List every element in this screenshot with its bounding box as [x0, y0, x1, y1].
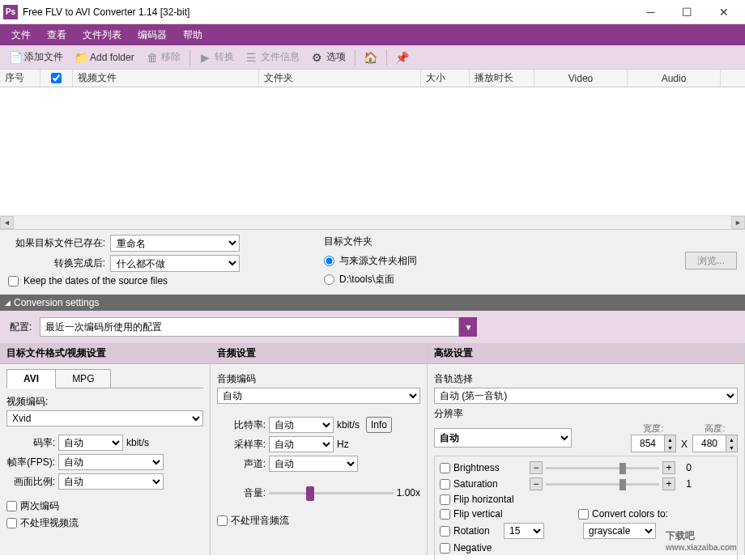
resolution-select[interactable]: 自动	[434, 428, 572, 448]
col-check[interactable]	[40, 70, 73, 87]
minimize-button[interactable]: ─	[632, 1, 669, 23]
skip-audio-label: 不处理音频流	[231, 514, 289, 528]
col-seq[interactable]: 序号	[0, 70, 40, 87]
add-folder-icon: 📁	[74, 51, 87, 64]
keep-dates-label: Keep the dates of the source files	[23, 275, 168, 286]
scroll-left-button[interactable]: ◄	[0, 216, 14, 229]
height-up[interactable]: ▲	[726, 435, 737, 443]
table-body[interactable]	[0, 87, 745, 215]
saturation-checkbox[interactable]	[440, 479, 450, 490]
close-button[interactable]: ✕	[705, 1, 742, 23]
toolbar-separator	[189, 49, 190, 66]
config-label: 配置:	[10, 320, 32, 334]
select-all-checkbox[interactable]	[51, 73, 62, 83]
config-input[interactable]	[40, 317, 459, 337]
custom-path-label: D:\tools\桌面	[339, 273, 394, 286]
conversion-settings-label: Conversion settings	[14, 297, 99, 308]
grayscale-select[interactable]: grayscale	[583, 523, 656, 539]
height-input[interactable]	[693, 435, 726, 452]
height-label: 高度:	[692, 422, 738, 435]
menu-file[interactable]: 文件	[3, 25, 39, 45]
browse-button[interactable]: 浏览...	[685, 252, 737, 269]
fliph-checkbox[interactable]	[440, 494, 450, 505]
bitrate-select[interactable]: 自动	[58, 435, 123, 451]
rotation-checkbox[interactable]	[440, 526, 450, 537]
menu-view[interactable]: 查看	[39, 25, 74, 45]
play-icon: ▶	[199, 51, 212, 64]
convert-colors-checkbox[interactable]	[578, 509, 589, 520]
same-source-radio[interactable]	[324, 256, 334, 266]
brightness-plus[interactable]: +	[662, 461, 675, 474]
negative-checkbox[interactable]	[440, 543, 450, 554]
menu-filelist[interactable]: 文件列表	[74, 25, 130, 45]
scroll-track[interactable]	[14, 216, 731, 229]
add-folder-button[interactable]: 📁 Add folder	[70, 49, 138, 66]
info-button[interactable]: Info	[366, 417, 392, 433]
volume-label: 音量:	[217, 486, 266, 500]
custom-path-radio[interactable]	[324, 274, 334, 285]
col-audio[interactable]: Audio	[628, 70, 721, 87]
maximize-button[interactable]: ☐	[669, 1, 705, 23]
table-header: 序号 视频文件 文件夹 大小 播放时长 Video Audio	[0, 70, 745, 87]
options-right: 目标文件夹 与来源文件夹相同 浏览... D:\tools\桌面	[324, 235, 737, 290]
audio-codec-label: 音频编码	[217, 372, 420, 386]
width-up[interactable]: ▲	[664, 435, 675, 443]
if-exists-select[interactable]: 重命名	[110, 235, 240, 252]
after-conv-select[interactable]: 什么都不做	[110, 255, 240, 272]
convert-colors-label: Convert colors to:	[592, 508, 668, 520]
options-button[interactable]: ⚙ 选项	[307, 48, 350, 66]
skip-video-checkbox[interactable]	[6, 518, 17, 528]
keep-dates-checkbox[interactable]	[8, 276, 19, 286]
width-spinner[interactable]: ▲▼	[631, 435, 676, 452]
remove-button[interactable]: 🗑 移除	[142, 48, 185, 66]
config-select[interactable]: ▼	[40, 317, 477, 337]
width-input[interactable]	[632, 435, 664, 452]
samplerate-select[interactable]: 自动	[269, 436, 334, 452]
flipv-checkbox[interactable]	[440, 509, 450, 520]
audio-panel: 音频设置 音频编码 自动 比特率: 自动 kbit/s Info 采样率: 自动…	[211, 343, 428, 555]
window-controls: ─ ☐ ✕	[632, 1, 742, 23]
bitrate-unit: kbit/s	[126, 437, 149, 448]
track-select[interactable]: 自动 (第一音轨)	[434, 388, 738, 404]
file-info-button[interactable]: ☰ 文件信息	[241, 48, 304, 66]
tab-avi[interactable]: AVI	[6, 369, 56, 388]
horizontal-scrollbar[interactable]: ◄ ►	[0, 215, 745, 229]
height-spinner[interactable]: ▲▼	[692, 435, 738, 452]
menu-help[interactable]: 帮助	[175, 25, 211, 45]
filters-fieldset: Brightness − + 0 Saturation − +	[434, 456, 738, 560]
col-duration[interactable]: 播放时长	[470, 70, 534, 87]
brightness-checkbox[interactable]	[440, 463, 450, 473]
config-dropdown-button[interactable]: ▼	[459, 317, 477, 337]
add-file-button[interactable]: 📄 添加文件	[5, 48, 67, 66]
audio-codec-select[interactable]: 自动	[217, 388, 420, 404]
col-folder[interactable]: 文件夹	[259, 70, 421, 87]
two-pass-checkbox[interactable]	[6, 501, 17, 511]
col-video[interactable]: Video	[534, 70, 628, 87]
home-button[interactable]: 🏠	[360, 49, 381, 66]
aspect-select[interactable]: 自动	[58, 473, 164, 490]
conversion-settings-bar[interactable]: ◢ Conversion settings	[0, 295, 745, 311]
brightness-slider[interactable]	[546, 467, 659, 469]
titlebar: Ps Free FLV to AVI Converter 1.14 [32-bi…	[0, 0, 745, 24]
width-down[interactable]: ▼	[664, 443, 675, 452]
volume-slider[interactable]	[269, 485, 394, 501]
saturation-minus[interactable]: −	[530, 477, 543, 490]
col-videofile[interactable]: 视频文件	[73, 70, 259, 87]
pin-button[interactable]: 📌	[392, 49, 413, 66]
video-codec-select[interactable]: Xvid	[6, 410, 203, 426]
rotation-select[interactable]: 15	[504, 523, 544, 539]
fps-select[interactable]: 自动	[58, 454, 164, 470]
audio-bitrate-select[interactable]: 自动	[269, 417, 334, 433]
format-tabs: AVI MPG	[6, 369, 203, 388]
col-size[interactable]: 大小	[421, 70, 470, 87]
tab-mpg[interactable]: MPG	[55, 369, 111, 388]
brightness-minus[interactable]: −	[530, 461, 543, 474]
convert-button[interactable]: ▶ 转换	[195, 48, 238, 66]
saturation-slider[interactable]	[546, 483, 659, 486]
saturation-plus[interactable]: +	[662, 477, 675, 490]
skip-audio-checkbox[interactable]	[217, 515, 228, 526]
channels-select[interactable]: 自动	[269, 456, 358, 472]
scroll-right-button[interactable]: ►	[731, 216, 745, 229]
menu-encoder[interactable]: 编码器	[130, 25, 175, 45]
height-down[interactable]: ▼	[726, 443, 737, 452]
